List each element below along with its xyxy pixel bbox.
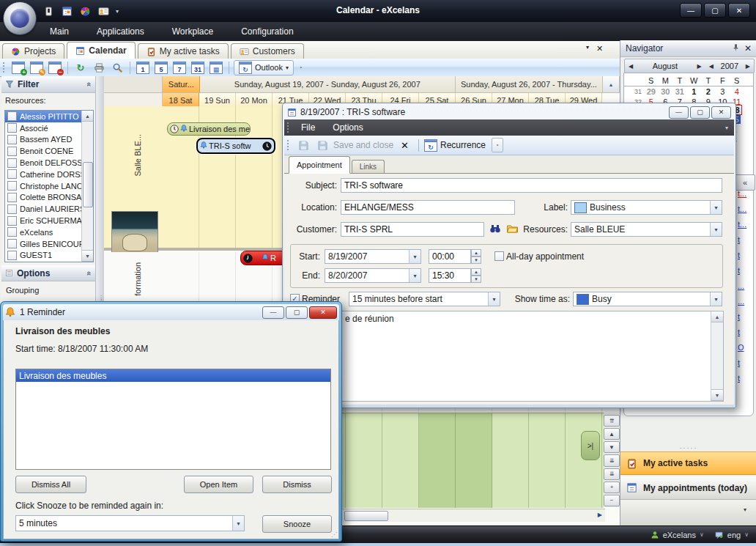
edge-link[interactable]: t [738, 312, 755, 322]
edit-appointment-button[interactable]: ✎ [29, 60, 45, 75]
dismiss-all-button[interactable]: Dismiss All [15, 476, 86, 493]
resource-item[interactable]: Bassem AYED [5, 134, 82, 146]
allday-checkbox[interactable] [494, 251, 504, 261]
day-cell[interactable]: 30 [659, 87, 673, 96]
dropdown-icon[interactable]: ▾ [710, 223, 722, 236]
event-tri-s-software[interactable]: TRI-S softw [196, 138, 275, 154]
timeline-next-button[interactable]: >| [581, 431, 600, 460]
resource-checkbox[interactable] [7, 239, 17, 248]
resource-checkbox[interactable] [7, 147, 17, 156]
navigator-close-icon[interactable]: ✕ [744, 43, 752, 54]
menu-item-configuration[interactable]: Configuration [237, 26, 297, 37]
resource-checkbox[interactable] [7, 251, 17, 260]
resource-item[interactable]: GUEST1 [5, 250, 82, 262]
day-cell[interactable]: 3 [716, 87, 730, 96]
edge-link[interactable]: t... [738, 220, 755, 230]
dropdown-icon[interactable]: ▾ [232, 516, 244, 531]
dropdown-icon[interactable]: ▾ [488, 292, 500, 306]
dialog-restore-button[interactable]: ▢ [286, 306, 308, 319]
minimize-button[interactable]: — [680, 3, 702, 18]
zoom-out-icon[interactable]: − [604, 495, 620, 506]
delete-appointment-button[interactable]: − [47, 60, 63, 75]
tab-customers[interactable]: Customers [231, 43, 304, 59]
reminder-list-item[interactable]: Livraison des meubles [16, 369, 330, 382]
dialog-restore-button[interactable]: ▢ [690, 106, 710, 119]
resource-checkbox[interactable] [7, 123, 17, 133]
resource-list[interactable]: Alessio PITITTO Associé Bassem AYED Beno… [4, 110, 94, 262]
day-cell[interactable]: 4 [730, 87, 744, 96]
application-orb[interactable] [3, 1, 37, 35]
edge-link[interactable]: t... [738, 189, 755, 199]
open-item-button[interactable]: Open Item [184, 476, 253, 493]
day-header-cell[interactable]: 19 Sun [199, 93, 236, 107]
scroll-down-icon[interactable]: ▼ [82, 250, 93, 262]
resource-checkbox[interactable] [7, 169, 17, 179]
dropdown-icon[interactable]: ▾ [409, 250, 420, 263]
menu-item-main[interactable]: Main [45, 26, 73, 37]
print-preview-button[interactable] [109, 60, 125, 75]
save-and-close-icon[interactable] [314, 138, 330, 152]
day-header-cell[interactable]: 18 Sat [163, 93, 199, 107]
menu-item-file[interactable]: File [292, 122, 324, 133]
next-year-icon[interactable]: ▶ [742, 63, 754, 70]
dropdown-icon[interactable]: ▾ [710, 292, 722, 306]
hscroll-right-icon[interactable]: ▶ [598, 512, 602, 518]
splitter-handle[interactable]: ····· [620, 444, 756, 451]
grouping-label[interactable]: Grouping [6, 286, 39, 295]
edge-link[interactable]: t [738, 374, 755, 384]
resource-checkbox[interactable] [7, 227, 17, 237]
menu-item-options[interactable]: Options [324, 122, 371, 133]
prev-month-icon[interactable]: ◀ [625, 63, 637, 70]
scroll-top-icon[interactable]: ⇈ [604, 415, 620, 427]
next-month-icon[interactable]: ▶ [694, 63, 705, 70]
end-time-input[interactable] [429, 268, 471, 283]
note-area[interactable]: e de réunion ▲ ▼ [290, 311, 724, 402]
options-panel-header[interactable]: Options « [1, 265, 95, 281]
group-header-cell[interactable]: Sunday, August 26, 2007 - Thursday... [456, 76, 604, 92]
calendar-scroll-up-icon[interactable]: ▲ [603, 76, 620, 92]
dialog-minimize-button[interactable]: — [262, 306, 284, 319]
scroll-pagedown-icon[interactable]: ⇊ [604, 454, 620, 466]
reminder-dialog-titlebar[interactable]: 1 Reminder — ▢ ✕ [3, 304, 339, 320]
scroll-up-icon[interactable]: ▲ [604, 428, 620, 440]
resource-item[interactable]: Catherine DORSSEM [5, 169, 82, 180]
day-cell[interactable]: 2 [701, 87, 716, 96]
toolbar-grip[interactable] [2, 62, 6, 73]
new-appointment-button[interactable]: + [10, 60, 26, 75]
label-combo[interactable]: Business ▾ [571, 200, 722, 215]
dialog-close-button[interactable]: ✕ [309, 306, 337, 319]
snooze-combo[interactable]: 5 minutes ▾ [15, 515, 245, 531]
resource-checkbox[interactable] [7, 181, 17, 191]
resource-item[interactable]: Daniel LAURIERS [5, 203, 82, 215]
hscroll-thumb[interactable] [344, 511, 388, 521]
appointment-dialog-titlebar[interactable]: 8/19/2007 : TRI-S software — ▢ ✕ [284, 105, 734, 119]
appointments-today-bar[interactable]: My appointments (today) [620, 476, 756, 500]
dropdown-icon[interactable]: ▾ [710, 201, 722, 214]
edge-link[interactable]: O [738, 343, 755, 353]
recurrence-button[interactable]: Recurrence [440, 140, 486, 150]
timeline-view-button[interactable]: ▦ [208, 60, 224, 75]
pin-icon[interactable] [732, 43, 740, 54]
resource-checkbox[interactable] [7, 135, 17, 144]
show-time-as-combo[interactable]: Busy ▾ [573, 292, 722, 306]
end-time-spinner[interactable]: ▲▼ [471, 268, 481, 283]
resources-combo[interactable]: Salle BLEUE ▾ [571, 222, 722, 237]
day-cell[interactable]: 29 [644, 87, 659, 96]
tab-calendar[interactable]: Calendar [67, 42, 135, 59]
work-week-view-button[interactable]: 5 [153, 60, 169, 75]
edge-link[interactable]: t [738, 251, 755, 261]
dialog-minimize-button[interactable]: — [669, 106, 689, 119]
start-date-combo[interactable]: 8/19/2007 ▾ [325, 249, 421, 264]
event-livraison-des-meubles[interactable]: Livraison des meubles [167, 122, 251, 136]
resource-item[interactable]: Benoit COENE [5, 145, 82, 157]
delete-icon[interactable]: ✕ [396, 140, 413, 151]
scroll-thumb[interactable] [83, 162, 93, 207]
dialog-close-button[interactable]: ✕ [711, 106, 731, 119]
resource-item[interactable]: eXcelans [5, 226, 82, 238]
reminder-combo[interactable]: 15 minutes before start ▾ [349, 292, 500, 306]
edge-link[interactable]: t... [738, 204, 755, 215]
edge-link[interactable]: ... [738, 281, 755, 292]
filter-panel-header[interactable]: Filter « [1, 76, 95, 93]
month-view-button[interactable]: 31 [190, 60, 206, 75]
note-scrollbar[interactable]: ▲ ▼ [711, 311, 723, 401]
